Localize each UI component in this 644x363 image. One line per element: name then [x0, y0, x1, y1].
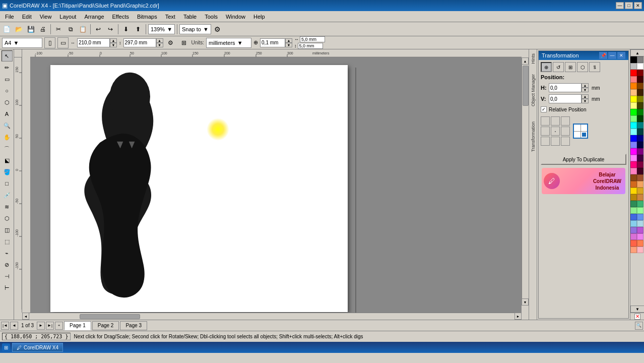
color-swatch[interactable] [637, 220, 643, 227]
color-swatch[interactable] [630, 168, 637, 174]
menu-view[interactable]: View [36, 13, 56, 21]
color-swatch[interactable] [637, 142, 643, 148]
zoom-fit-button[interactable]: 🔍 [635, 322, 643, 330]
minimize-button[interactable]: — [616, 2, 624, 9]
hscroll-thumb[interactable] [80, 314, 140, 319]
knife-tool[interactable]: ⌁ [2, 248, 13, 259]
color-swatch[interactable] [637, 227, 643, 233]
color-swatch[interactable] [637, 233, 643, 240]
paste-button[interactable]: 📋 [77, 24, 88, 35]
eraser-tool[interactable]: ⊘ [2, 259, 13, 270]
outline-tool[interactable]: □ [2, 178, 13, 189]
color-swatch[interactable] [637, 168, 643, 174]
color-swatch[interactable] [637, 76, 643, 83]
bezier-tool[interactable]: ⌒ [2, 143, 13, 154]
extrude-tool[interactable]: ⬡ [2, 213, 13, 224]
shape-tool[interactable]: ⬕ [2, 155, 13, 166]
color-swatch[interactable] [637, 89, 643, 96]
ellipse-tool[interactable]: ○ [2, 85, 13, 96]
color-swatch[interactable] [637, 161, 643, 168]
color-swatch[interactable] [637, 115, 643, 122]
freehand-tool[interactable]: ✏ [2, 62, 13, 73]
last-page-button[interactable]: ►| [46, 322, 54, 330]
anchor-tr[interactable] [561, 116, 570, 126]
color-swatch[interactable] [637, 102, 643, 109]
menu-text[interactable]: Text [161, 13, 179, 21]
color-swatch[interactable] [630, 181, 637, 188]
anchor-br[interactable] [561, 137, 570, 146]
anchor-tl[interactable] [541, 116, 550, 126]
color-swatch[interactable] [637, 63, 643, 70]
menu-bitmaps[interactable]: Bitmaps [133, 13, 161, 21]
v-spin-up[interactable]: ▲ [582, 94, 589, 99]
new-button[interactable]: 📄 [1, 24, 12, 35]
color-swatch[interactable] [630, 115, 637, 122]
relative-position-checkbox[interactable] [541, 106, 547, 112]
color-swatch[interactable] [637, 201, 643, 207]
cut-button[interactable]: ✂ [53, 24, 64, 35]
blend-tool[interactable]: ≋ [2, 201, 13, 212]
copy-button[interactable]: ⧉ [65, 24, 76, 35]
position-tab[interactable]: ⊕ [541, 62, 552, 72]
start-button[interactable]: ⊞ [2, 343, 10, 351]
width-spin-up[interactable]: ▲ [110, 38, 117, 43]
h-spin-up[interactable]: ▲ [582, 83, 589, 88]
hscroll-left-button[interactable]: ◄ [22, 313, 29, 320]
first-page-button[interactable]: |◄ [1, 322, 9, 330]
height-spin-down[interactable]: ▼ [156, 43, 163, 47]
color-swatch[interactable] [630, 70, 637, 76]
rectangle-tool[interactable]: ▭ [2, 74, 13, 85]
vscroll-thumb[interactable] [523, 66, 529, 106]
no-fill-box[interactable]: ✕ [634, 314, 640, 320]
width-input[interactable] [77, 38, 110, 47]
color-swatch[interactable] [637, 174, 643, 181]
anchor-bl[interactable] [541, 137, 550, 146]
vscroll-down-button[interactable]: ▼ [522, 298, 529, 306]
apply-to-duplicate-button[interactable]: Apply To Duplicate [541, 154, 626, 165]
anchor-ml[interactable] [541, 127, 550, 136]
color-swatch[interactable] [630, 89, 637, 96]
shadow-tool[interactable]: ◫ [2, 224, 13, 235]
rotate-tab[interactable]: ↺ [553, 62, 564, 72]
canvas-viewport[interactable] [30, 57, 522, 313]
connector-tool[interactable]: ⊣ [2, 271, 13, 282]
color-swatch[interactable] [630, 155, 637, 161]
color-swatch[interactable] [637, 188, 643, 194]
pan-tool[interactable]: ✋ [2, 132, 13, 143]
color-swatch[interactable] [630, 129, 637, 135]
menu-arrange[interactable]: Arrange [80, 13, 108, 21]
menu-table[interactable]: Table [179, 13, 201, 21]
width-spin-down[interactable]: ▼ [110, 43, 117, 47]
transform-close-button[interactable]: ✕ [617, 52, 625, 59]
redo-button[interactable]: ↪ [105, 24, 116, 35]
color-swatch[interactable] [637, 129, 643, 135]
page-tab-3[interactable]: Page 3 [120, 321, 147, 330]
polygon-tool[interactable]: ⬡ [2, 97, 13, 108]
palette-scroll-down[interactable]: ▼ [630, 306, 644, 313]
color-swatch[interactable] [637, 240, 643, 247]
select-tool[interactable]: ↖ [2, 50, 13, 62]
color-swatch[interactable] [630, 233, 637, 240]
hscroll-right-button[interactable]: ► [514, 313, 522, 320]
height-input[interactable] [123, 38, 156, 47]
page-settings-button[interactable]: ⚙ [165, 37, 176, 48]
eyedropper-tool[interactable]: 💉 [2, 190, 13, 201]
anchor-mc[interactable]: • [551, 127, 560, 136]
nudge-input[interactable] [260, 38, 285, 47]
color-swatch[interactable] [630, 102, 637, 109]
color-swatch[interactable] [630, 207, 637, 214]
zoom-dropdown[interactable]: 139% ▼ [148, 24, 175, 34]
paper-size-dropdown[interactable]: A4 ▼ [2, 38, 42, 48]
color-swatch[interactable] [630, 174, 637, 181]
color-swatch[interactable] [637, 247, 643, 253]
prev-page-button[interactable]: ◄ [10, 322, 18, 330]
units-dropdown[interactable]: millimeters ▼ [206, 38, 251, 48]
color-swatch[interactable] [630, 214, 637, 220]
snap-dropdown[interactable]: Snap to ▼ [179, 24, 211, 34]
nudge-spin-up[interactable]: ▲ [285, 38, 292, 43]
color-swatch[interactable] [630, 96, 637, 102]
color-swatch[interactable] [637, 148, 643, 155]
close-button[interactable]: ✕ [634, 2, 642, 9]
nudge-spin-down[interactable]: ▼ [285, 43, 292, 47]
menu-help[interactable]: Help [249, 13, 269, 21]
